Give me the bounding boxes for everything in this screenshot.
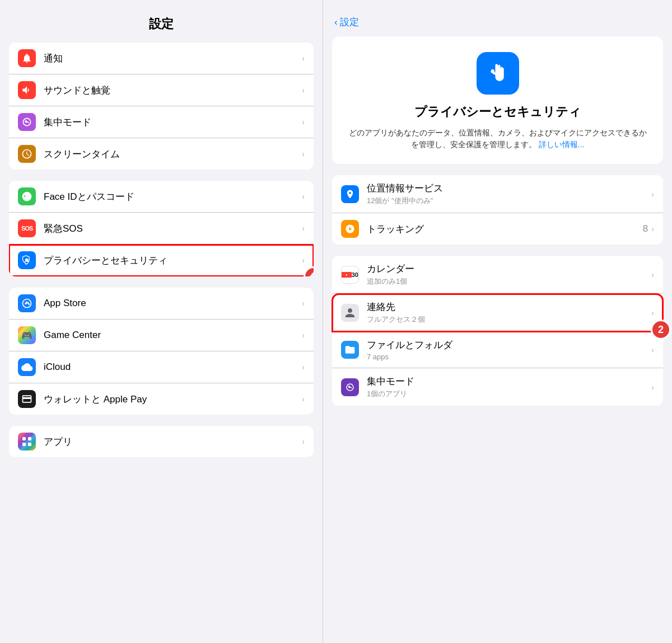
settings-group-2: Face IDとパスコード › SOS 緊急SOS › プライバシーとセキュリテ… xyxy=(9,181,314,276)
svg-rect-2 xyxy=(28,437,31,440)
contacts-row-wrapper: 連絡先 フルアクセス２個 › 2 xyxy=(332,294,663,332)
right-card-1: 位置情報サービス 12個が "使用中のみ" › トラッキング 8 › xyxy=(332,175,663,245)
right-item-contacts[interactable]: 連絡先 フルアクセス２個 › xyxy=(332,294,663,332)
gamecenter-icon: 🎮 xyxy=(18,326,36,344)
sidebar-item-faceid[interactable]: Face IDとパスコード › xyxy=(9,181,314,213)
chevron-icon: › xyxy=(302,331,305,340)
notifications-label: 通知 xyxy=(44,52,302,65)
settings-group-1: 通知 › サウンドと触覚 › 集中モード › xyxy=(9,43,314,170)
location-icon xyxy=(341,185,359,203)
right-card-2: ● 30 カレンダー 追加のみ1個 › 連絡先 xyxy=(332,256,663,406)
chevron-icon: › xyxy=(302,363,305,372)
sidebar-item-icloud[interactable]: iCloud › xyxy=(9,351,314,383)
chevron-icon: › xyxy=(302,299,305,308)
chevron-icon: › xyxy=(651,383,654,392)
screentime-icon xyxy=(18,145,36,163)
sidebar-item-screentime[interactable]: スクリーンタイム › xyxy=(9,138,314,170)
right-item-tracking[interactable]: トラッキング 8 › xyxy=(332,213,663,245)
chevron-icon: › xyxy=(651,308,654,317)
icloud-label: iCloud xyxy=(44,362,302,373)
appstore-label: App Store xyxy=(44,298,302,309)
settings-group-4: アプリ › xyxy=(9,426,314,457)
chevron-icon: › xyxy=(302,192,305,201)
settings-card-3: App Store › 🎮 Game Center › iCloud › xyxy=(9,288,314,415)
wallet-icon xyxy=(18,390,36,408)
sidebar-item-sound[interactable]: サウンドと触覚 › xyxy=(9,74,314,106)
wallet-label: ウォレットと Apple Pay xyxy=(44,393,302,406)
right-group-2: ● 30 カレンダー 追加のみ1個 › 連絡先 xyxy=(332,256,663,406)
privacy-icon xyxy=(18,251,36,269)
sidebar-item-wallet[interactable]: ウォレットと Apple Pay › xyxy=(9,383,314,415)
right-item-location[interactable]: 位置情報サービス 12個が "使用中のみ" › xyxy=(332,175,663,213)
tracking-icon xyxy=(341,220,359,238)
files-text: ファイルとフォルダ 7 apps xyxy=(367,339,651,361)
privacy-item-wrapper: プライバシーとセキュリティ › 1 xyxy=(9,245,314,276)
sound-label: サウンドと触覚 xyxy=(44,84,302,97)
settings-card-1: 通知 › サウンドと触覚 › 集中モード › xyxy=(9,43,314,170)
sidebar-item-appstore[interactable]: App Store › xyxy=(9,288,314,320)
focus-icon xyxy=(18,113,36,131)
chevron-icon: › xyxy=(651,345,654,354)
contacts-icon xyxy=(341,304,359,322)
back-chevron-icon: ‹ xyxy=(334,17,338,28)
chevron-icon: › xyxy=(302,224,305,233)
chevron-icon: › xyxy=(651,270,654,279)
settings-group-3: App Store › 🎮 Game Center › iCloud › xyxy=(9,288,314,415)
right-group-1: 位置情報サービス 12個が "使用中のみ" › トラッキング 8 › xyxy=(332,175,663,245)
faceid-label: Face IDとパスコード xyxy=(44,190,302,203)
location-text: 位置情報サービス 12個が "使用中のみ" xyxy=(367,182,651,206)
privacy-learn-more-link[interactable]: 詳しい情報... xyxy=(539,140,585,149)
back-label: 設定 xyxy=(340,16,359,29)
left-panel-title: 設定 xyxy=(0,0,323,43)
step-badge-2: 2 xyxy=(651,320,671,340)
right-item-calendar[interactable]: ● 30 カレンダー 追加のみ1個 › xyxy=(332,256,663,294)
privacy-hero-desc: どのアプリがあなたのデータ、位置情報、カメラ、およびマイクにアクセスできるかを管… xyxy=(346,127,650,151)
screentime-label: スクリーンタイム xyxy=(44,148,302,161)
svg-rect-3 xyxy=(22,443,26,446)
sidebar-item-gamecenter[interactable]: 🎮 Game Center › xyxy=(9,320,314,351)
right-item-files[interactable]: ファイルとフォルダ 7 apps › xyxy=(332,332,663,368)
svg-rect-0 xyxy=(25,261,29,262)
sound-icon xyxy=(18,81,36,99)
tracking-text: トラッキング xyxy=(367,223,643,236)
sidebar-item-notifications[interactable]: 通知 › xyxy=(9,43,314,74)
notifications-icon xyxy=(18,49,36,67)
left-panel: 設定 通知 › サウンドと触覚 › xyxy=(0,0,323,643)
calendar-text: カレンダー 追加のみ1個 xyxy=(367,262,651,287)
calendar-icon: ● 30 xyxy=(341,266,359,284)
right-item-focusmode[interactable]: 集中モード 1個のアプリ › xyxy=(332,368,663,406)
chevron-icon: › xyxy=(302,54,305,63)
chevron-icon: › xyxy=(651,190,654,199)
chevron-icon: › xyxy=(302,256,305,265)
icloud-icon xyxy=(18,358,36,376)
focusmode-icon xyxy=(341,378,359,396)
chevron-icon: › xyxy=(302,118,305,126)
sos-icon: SOS xyxy=(18,219,36,237)
apps-icon xyxy=(18,433,36,450)
privacy-label: プライバシーとセキュリティ xyxy=(44,254,302,267)
focus-label: 集中モード xyxy=(44,116,302,129)
privacy-hero-icon xyxy=(477,52,519,95)
faceid-icon xyxy=(18,187,36,205)
settings-card-2: Face IDとパスコード › SOS 緊急SOS › プライバシーとセキュリテ… xyxy=(9,181,314,276)
sidebar-item-privacy[interactable]: プライバシーとセキュリティ › xyxy=(9,245,314,276)
files-icon xyxy=(341,341,359,359)
right-panel-header[interactable]: ‹ 設定 xyxy=(323,0,672,36)
chevron-icon: › xyxy=(302,149,305,158)
gamecenter-label: Game Center xyxy=(44,330,302,341)
chevron-icon: › xyxy=(302,395,305,403)
sos-label: 緊急SOS xyxy=(44,222,302,235)
sidebar-item-focus[interactable]: 集中モード › xyxy=(9,106,314,138)
tracking-badge: 8 xyxy=(643,223,648,234)
chevron-icon: › xyxy=(651,224,654,233)
privacy-hero-title: プライバシーとセキュリティ xyxy=(414,104,581,120)
svg-rect-1 xyxy=(22,437,26,440)
sidebar-item-sos[interactable]: SOS 緊急SOS › xyxy=(9,213,314,245)
appstore-icon xyxy=(18,294,36,312)
sidebar-item-apps[interactable]: アプリ › xyxy=(9,426,314,457)
apps-label: アプリ xyxy=(44,435,302,448)
contacts-text: 連絡先 フルアクセス２個 xyxy=(367,301,651,325)
chevron-icon: › xyxy=(302,86,305,95)
svg-rect-4 xyxy=(28,443,31,446)
chevron-icon: › xyxy=(302,437,305,446)
